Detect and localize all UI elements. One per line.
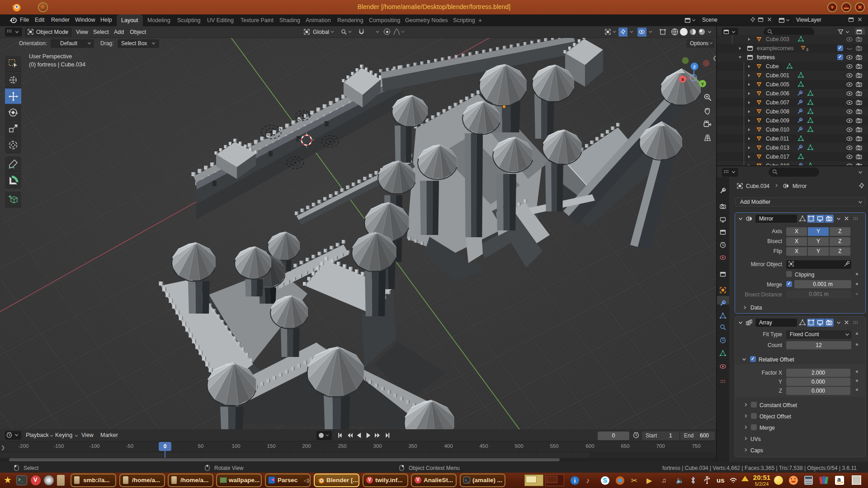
svg-text:X: X [681,77,684,82]
svg-text:Y: Y [701,82,704,86]
svg-text:Z: Z [693,65,696,69]
